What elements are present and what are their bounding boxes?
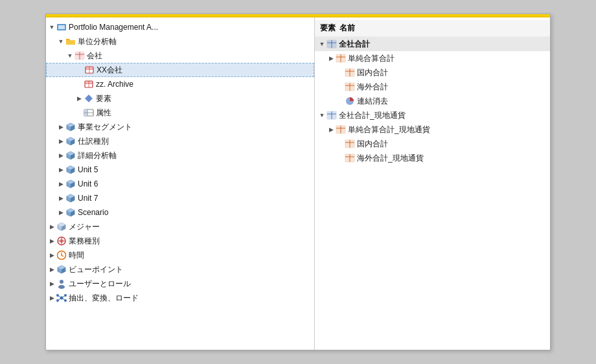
expand-root[interactable]: ▼: [47, 23, 56, 32]
right-item-domestic-local[interactable]: 国内合計: [315, 137, 550, 151]
svg-line-49: [62, 255, 63, 256]
tree-item-unit7[interactable]: ▶ Unit 7: [46, 191, 314, 205]
expand-business[interactable]: ▶: [47, 236, 56, 245]
expand-bseg[interactable]: ▶: [56, 122, 65, 131]
pie-icon: [345, 96, 355, 106]
business-icon: [56, 236, 67, 246]
cube-icon-unit5: [65, 165, 76, 175]
cube-icon-scenario: [65, 207, 76, 218]
main-window: ▼ Portfolio Management A... ▼: [45, 14, 551, 350]
tree-item-company[interactable]: ▼ 会社: [46, 49, 314, 63]
expand-extract[interactable]: ▶: [47, 293, 56, 302]
tree-item-zz-archive[interactable]: ▶ zz. Archive: [46, 77, 314, 91]
tree-item-user-role[interactable]: ▶ ユーザーとロール: [46, 277, 314, 291]
business-segment-label: 事業セグメント: [78, 122, 132, 133]
table-orange-icon6: [345, 153, 355, 163]
detail-axis-label: 詳細分析軸: [78, 150, 117, 161]
elements-label: 要素: [96, 93, 111, 104]
cube-icon-unit6: [65, 179, 76, 189]
cube-light-icon: [56, 222, 67, 232]
clock-icon: [56, 250, 67, 260]
zensya-label: 全社合計: [339, 39, 370, 50]
folder-icon: [65, 36, 76, 47]
expand-user[interactable]: ▶: [47, 279, 56, 288]
right-item-overseas-local[interactable]: 海外合計_現地通貨: [315, 151, 550, 165]
extract-label: 抽出、変換、ロード: [69, 293, 139, 304]
cube-icon-bseg: [65, 122, 76, 132]
svg-point-54: [58, 285, 65, 289]
table-blue-icon2: [327, 110, 337, 120]
svg-marker-13: [85, 95, 93, 102]
tree-item-time[interactable]: ▶ 時間: [46, 248, 314, 262]
tree-item-journal-type[interactable]: ▶ 仕訳種別: [46, 134, 314, 148]
simple-total-label: 単純合算合計: [348, 53, 395, 64]
tree-item-detail-axis[interactable]: ▶ 詳細分析軸: [46, 148, 314, 163]
tree-item-unit5[interactable]: ▶ Unit 5: [46, 163, 314, 177]
unit6-label: Unit 6: [78, 179, 98, 188]
tree-item-viewpoint[interactable]: ▶ ビューポイント: [46, 262, 314, 277]
right-item-simple-local[interactable]: ▶ 単純合算合計_現地通貨: [315, 122, 550, 137]
expand-viewpoint[interactable]: ▶: [47, 265, 56, 274]
tree-item-elements[interactable]: ▶ 要素: [46, 91, 314, 106]
right-item-zensya[interactable]: ▼ 全社合計: [315, 37, 550, 51]
domestic-label: 国内合計: [357, 67, 388, 78]
svg-rect-1: [58, 25, 65, 29]
cube-icon-journal: [65, 136, 76, 146]
xx-company-label: XX会社: [97, 65, 122, 76]
time-label: 時間: [69, 250, 84, 261]
right-item-overseas[interactable]: 海外合計: [315, 80, 550, 94]
table-red-icon: [74, 51, 85, 61]
expand-simple[interactable]: ▶: [327, 54, 336, 63]
tree-item-scenario[interactable]: ▶ Scenario: [46, 205, 314, 220]
expand-unit5[interactable]: ▶: [56, 165, 65, 174]
overseas-label: 海外合計: [357, 82, 388, 93]
tree-item-unit6[interactable]: ▶ Unit 6: [46, 177, 314, 191]
right-panel-header: 要素 名前: [315, 20, 550, 37]
header-col2: 名前: [339, 23, 355, 34]
app-icon: [56, 22, 67, 32]
right-item-simple-total[interactable]: ▶ 単純合算合計: [315, 51, 550, 65]
overseas-local-label: 海外合計_現地通貨: [357, 153, 424, 164]
tree-item-attributes[interactable]: 属性: [46, 106, 314, 120]
expand-journal[interactable]: ▶: [56, 137, 65, 146]
table-small-red-icon: [84, 65, 95, 75]
svg-point-53: [60, 280, 63, 284]
right-item-domestic[interactable]: 国内合計: [315, 65, 550, 80]
expand-unit6[interactable]: ▶: [56, 179, 65, 188]
cube-blue-icon: [56, 264, 67, 275]
expand-unit7[interactable]: ▶: [56, 194, 65, 203]
tree-item-major[interactable]: ▶ メジャー: [46, 220, 314, 234]
network-icon: [56, 293, 67, 303]
tree-item-root[interactable]: ▼ Portfolio Management A...: [46, 20, 314, 34]
tree-item-business-type[interactable]: ▶ 業務種別: [46, 234, 314, 248]
table-blue-icon: [327, 39, 337, 49]
tree-item-business-segment[interactable]: ▶ 事業セグメント: [46, 120, 314, 134]
expand-detail[interactable]: ▶: [56, 151, 65, 160]
person-icon: [56, 279, 67, 289]
right-item-zensya-local[interactable]: ▼ 全社合計_現地通貨: [315, 108, 550, 122]
expand-scenario[interactable]: ▶: [56, 208, 65, 217]
cube-icon-detail: [65, 150, 76, 161]
user-role-label: ユーザーとロール: [69, 279, 131, 290]
table-orange-icon3: [345, 82, 355, 92]
expand-major[interactable]: ▶: [47, 222, 56, 231]
expand-company[interactable]: ▼: [65, 51, 74, 60]
expand-zensya[interactable]: ▼: [317, 40, 327, 49]
expand-unit-axis[interactable]: ▼: [56, 37, 65, 46]
consolidation-label: 連結消去: [357, 96, 388, 107]
expand-elements[interactable]: ▶: [74, 94, 84, 103]
expand-zensya-local[interactable]: ▼: [317, 111, 327, 120]
table-orange-icon5: [345, 139, 355, 149]
tree-item-extract[interactable]: ▶ 抽出、変換、ロード: [46, 291, 314, 305]
right-item-consolidation[interactable]: 連結消去: [315, 94, 550, 108]
table-small-red2-icon: [84, 79, 94, 89]
attr-icon: [84, 108, 94, 118]
expand-time[interactable]: ▶: [47, 251, 56, 260]
expand-simple-local[interactable]: ▶: [327, 125, 336, 134]
zz-archive-label: zz. Archive: [96, 80, 133, 89]
simple-local-label: 単純合算合計_現地通貨: [348, 124, 430, 135]
unit7-label: Unit 7: [78, 194, 98, 203]
tree-item-xx-company[interactable]: ▶ XX会社: [46, 63, 314, 77]
tree-item-unit-axis[interactable]: ▼ 単位分析軸: [46, 34, 314, 49]
diamond-icon: [84, 93, 94, 104]
